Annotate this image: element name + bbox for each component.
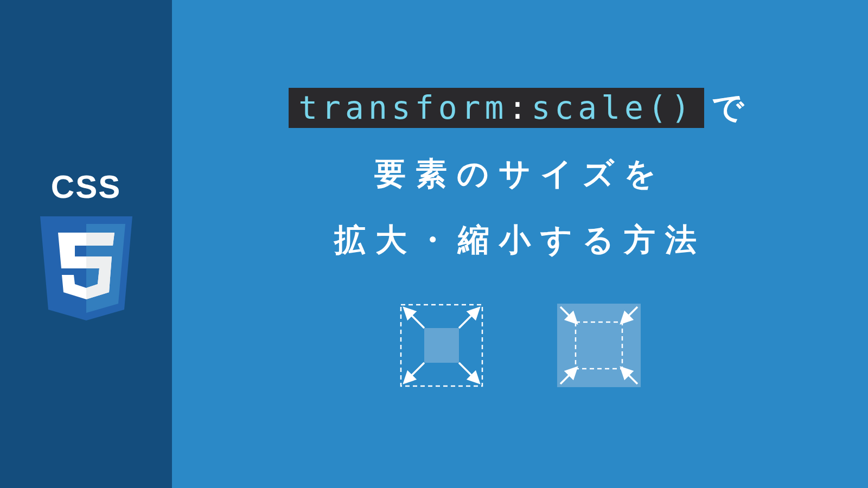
sidebar: CSS [0, 0, 172, 488]
code-colon: : [508, 92, 531, 124]
title-suffix: で [712, 87, 751, 129]
code-property: transform [298, 92, 508, 124]
code-snippet: transform : scale () [289, 88, 704, 128]
expand-diagram-icon [395, 299, 488, 391]
code-parens: () [648, 92, 694, 124]
svg-line-9 [407, 363, 424, 380]
scale-diagrams [395, 299, 645, 391]
title-line-3: 拡大・縮小する方法 [334, 219, 706, 261]
title-line-2: 要素のサイズを [374, 153, 666, 195]
css3-shield-icon [40, 216, 132, 320]
svg-marker-3 [86, 233, 114, 246]
css-text-label: CSS [51, 168, 121, 206]
title-line-1: transform : scale () で [289, 87, 751, 129]
svg-line-7 [407, 311, 424, 328]
svg-line-8 [459, 311, 476, 328]
main-content: transform : scale () で 要素のサイズを 拡大・縮小する方法 [172, 0, 868, 488]
svg-line-10 [459, 363, 476, 380]
code-function: scale [531, 92, 648, 124]
shrink-diagram-icon [553, 299, 645, 391]
svg-rect-6 [424, 328, 459, 363]
